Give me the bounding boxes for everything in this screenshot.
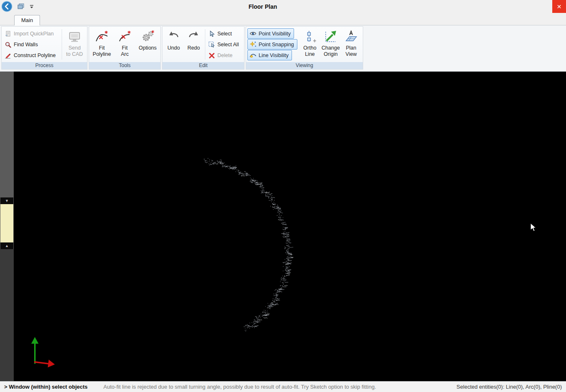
plan-view-label-2: View xyxy=(346,51,357,57)
point-visibility-toggle[interactable]: Point Visibility xyxy=(247,28,294,39)
undo-button[interactable]: Undo xyxy=(164,27,184,61)
ortho-line-label-2: Line xyxy=(305,51,315,57)
select-all-label: Select All xyxy=(217,42,239,47)
ribbon-group-process: Import QuickPlan Find Walls Construct Po… xyxy=(1,26,87,70)
y-axis-shaft xyxy=(34,344,36,364)
select-button[interactable]: Select xyxy=(207,28,240,39)
strip-scroll-down-button[interactable]: ▼ xyxy=(0,197,13,204)
statusbar: > Window (within) select objects Auto-fi… xyxy=(0,381,566,392)
close-icon: ✕ xyxy=(557,3,562,10)
change-origin-label-2: Origin xyxy=(324,51,337,57)
group-label-edit: Edit xyxy=(162,62,244,69)
select-all-button[interactable]: Select All xyxy=(207,39,240,50)
titlebar: Floor Plan ✕ xyxy=(0,0,566,13)
fit-polyline-label-1: Fit xyxy=(99,45,105,51)
find-walls-button[interactable]: Find Walls xyxy=(3,39,60,50)
ribbon-group-viewing: Point Visibility Point Snapping Line Vis… xyxy=(246,26,363,70)
find-walls-label: Find Walls xyxy=(14,42,38,47)
point-snapping-label: Point Snapping xyxy=(259,42,294,47)
send-to-cad-button[interactable]: Send to CAD xyxy=(63,27,86,61)
redo-label: Redo xyxy=(187,45,200,51)
ortho-line-button[interactable]: Ortho Line xyxy=(300,27,320,61)
window-title: Floor Plan xyxy=(249,3,277,10)
construct-polyline-icon xyxy=(5,52,12,59)
triangle-down-icon: ▼ xyxy=(5,199,9,203)
point-snapping-toggle[interactable]: Point Snapping xyxy=(247,39,297,50)
send-to-cad-label-1: Send xyxy=(68,45,80,51)
import-quickplan-button[interactable]: Import QuickPlan xyxy=(3,28,60,39)
plan-view-label-1: Plan xyxy=(346,45,356,51)
y-axis-arrowhead xyxy=(31,337,39,344)
select-icon xyxy=(208,30,215,37)
process-separator xyxy=(62,29,62,60)
fit-arc-button[interactable]: Fit Arc xyxy=(114,27,136,61)
select-label: Select xyxy=(217,31,232,37)
construct-polyline-label: Construct Polyline xyxy=(14,52,56,58)
status-message: Auto-fit line is rejected due to small t… xyxy=(103,384,376,390)
x-axis-shaft xyxy=(34,361,49,365)
tab-main[interactable]: Main xyxy=(14,15,40,25)
window-icon[interactable] xyxy=(17,3,25,10)
ribbon-group-tools: Fit Polyline Fit Arc Options Tools xyxy=(89,26,161,70)
plan-view-icon xyxy=(344,30,358,44)
point-visibility-icon xyxy=(249,30,257,37)
ortho-line-label-1: Ortho xyxy=(303,45,316,51)
side-panel-strip[interactable]: ▼ ▲ xyxy=(0,72,14,381)
selection-status: Selected entities(0): Line(0), Arc(0), P… xyxy=(456,384,562,390)
fit-polyline-icon xyxy=(95,30,109,44)
ucs-axis-icon xyxy=(29,335,62,368)
ribbon: Import QuickPlan Find Walls Construct Po… xyxy=(0,25,566,72)
delete-icon xyxy=(208,52,215,59)
strip-color-swatch[interactable] xyxy=(0,204,13,242)
undo-icon xyxy=(167,30,181,44)
delete-button[interactable]: Delete xyxy=(207,50,240,61)
select-all-icon xyxy=(208,41,215,48)
command-prompt-text: > Window (within) select objects xyxy=(4,384,87,390)
delete-label: Delete xyxy=(217,52,232,58)
fit-arc-icon xyxy=(118,30,132,44)
line-visibility-toggle[interactable]: Line Visibility xyxy=(247,50,292,60)
change-origin-icon xyxy=(324,30,338,44)
group-label-tools: Tools xyxy=(89,62,160,69)
strip-scroll-up-button[interactable]: ▲ xyxy=(0,242,13,249)
redo-icon xyxy=(187,30,201,44)
change-origin-button[interactable]: Change Origin xyxy=(320,27,342,61)
group-label-process: Process xyxy=(2,62,87,69)
fit-arc-label-1: Fit xyxy=(122,45,128,51)
send-to-cad-icon xyxy=(67,30,82,44)
group-label-viewing: Viewing xyxy=(246,62,363,69)
fit-arc-label-2: Arc xyxy=(121,51,129,57)
x-axis-arrowhead xyxy=(48,360,55,368)
fit-polyline-button[interactable]: Fit Polyline xyxy=(91,27,113,61)
back-button[interactable] xyxy=(1,1,12,12)
options-label: Options xyxy=(139,45,157,51)
ribbon-group-edit: Undo Redo Select xyxy=(162,26,244,70)
send-to-cad-label-2: to CAD xyxy=(66,51,83,57)
plan-view-button[interactable]: Plan View xyxy=(342,27,361,61)
ortho-line-icon xyxy=(303,30,317,44)
quick-access-dropdown-icon[interactable] xyxy=(30,5,34,9)
back-icon xyxy=(1,1,12,12)
options-button[interactable]: Options xyxy=(137,27,159,61)
import-quickplan-icon xyxy=(5,30,12,37)
point-visibility-label: Point Visibility xyxy=(259,31,291,37)
construct-polyline-button[interactable]: Construct Polyline xyxy=(3,50,60,61)
workarea: ▼ ▲ xyxy=(0,72,566,381)
undo-label: Undo xyxy=(167,45,180,51)
drawing-viewport[interactable] xyxy=(14,72,566,381)
close-button[interactable]: ✕ xyxy=(552,0,566,13)
triangle-up-icon: ▲ xyxy=(5,244,9,248)
line-visibility-icon xyxy=(249,52,257,59)
options-icon xyxy=(141,30,155,44)
change-origin-label-1: Change xyxy=(322,45,340,51)
edit-separator xyxy=(205,29,205,60)
ribbon-tabstrip: Main xyxy=(0,13,566,25)
find-walls-icon xyxy=(5,41,12,48)
line-visibility-label: Line Visibility xyxy=(259,52,289,58)
import-quickplan-label: Import QuickPlan xyxy=(14,31,54,37)
point-cloud-canvas xyxy=(14,72,566,381)
fit-polyline-label-2: Polyline xyxy=(93,51,111,57)
point-snapping-icon xyxy=(249,41,257,48)
redo-button[interactable]: Redo xyxy=(184,27,204,61)
mouse-cursor xyxy=(530,223,537,232)
